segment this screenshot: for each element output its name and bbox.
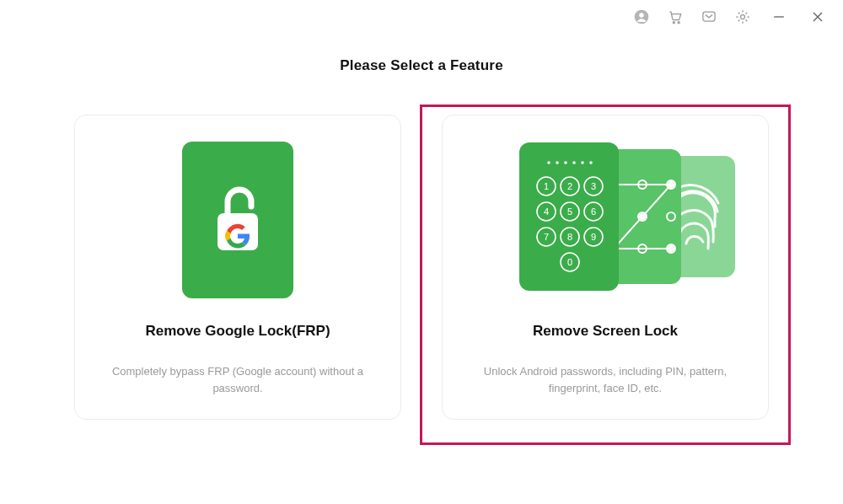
svg-point-25	[556, 161, 559, 164]
svg-point-29	[589, 161, 593, 164]
svg-text:5: 5	[567, 206, 572, 217]
feature-cards: Remove Google Lock(FRP) Completely bypas…	[0, 115, 843, 420]
google-g-icon	[225, 188, 250, 252]
svg-point-5	[741, 15, 745, 19]
svg-point-3	[678, 22, 679, 24]
card-remove-screen-lock[interactable]: 123 456 789 0 Remove Screen Lock Unlock …	[442, 115, 769, 420]
svg-text:4: 4	[544, 206, 549, 217]
account-icon[interactable]	[632, 8, 651, 26]
screen-lock-illustration: 123 456 789 0	[459, 137, 751, 303]
svg-point-28	[581, 161, 584, 164]
svg-point-15	[667, 212, 675, 221]
svg-text:2: 2	[567, 181, 572, 191]
svg-point-2	[673, 22, 674, 24]
card-title-screenlock: Remove Screen Lock	[533, 323, 678, 340]
pin-keypad-icon: 123 456 789 0	[519, 142, 619, 291]
svg-point-21	[640, 214, 645, 219]
close-button[interactable]	[806, 8, 830, 26]
svg-point-23	[668, 246, 674, 251]
svg-text:7: 7	[544, 232, 549, 242]
card-desc-screenlock: Unlock Android passwords, including PIN,…	[462, 363, 749, 397]
minimize-button[interactable]	[767, 8, 791, 26]
svg-text:0: 0	[567, 257, 572, 267]
svg-text:8: 8	[567, 232, 572, 242]
cart-icon[interactable]	[666, 8, 685, 26]
svg-text:6: 6	[591, 206, 596, 217]
card-desc-frp: Completely bypass FRP (Google account) w…	[94, 363, 381, 397]
feedback-icon[interactable]	[700, 8, 718, 26]
titlebar	[0, 0, 843, 34]
svg-point-26	[564, 161, 567, 164]
svg-point-20	[668, 182, 674, 187]
svg-point-24	[547, 161, 550, 164]
card-remove-google-lock[interactable]: Remove Google Lock(FRP) Completely bypas…	[74, 115, 401, 420]
page-title: Please Select a Feature	[0, 57, 843, 74]
card-title-frp: Remove Google Lock(FRP)	[145, 323, 330, 340]
svg-text:3: 3	[591, 181, 596, 191]
svg-point-27	[572, 161, 576, 164]
settings-icon[interactable]	[733, 8, 752, 26]
svg-text:1: 1	[544, 181, 549, 191]
svg-rect-4	[703, 12, 715, 21]
frp-illustration	[92, 137, 384, 303]
svg-point-1	[639, 13, 644, 18]
svg-text:9: 9	[591, 232, 596, 242]
